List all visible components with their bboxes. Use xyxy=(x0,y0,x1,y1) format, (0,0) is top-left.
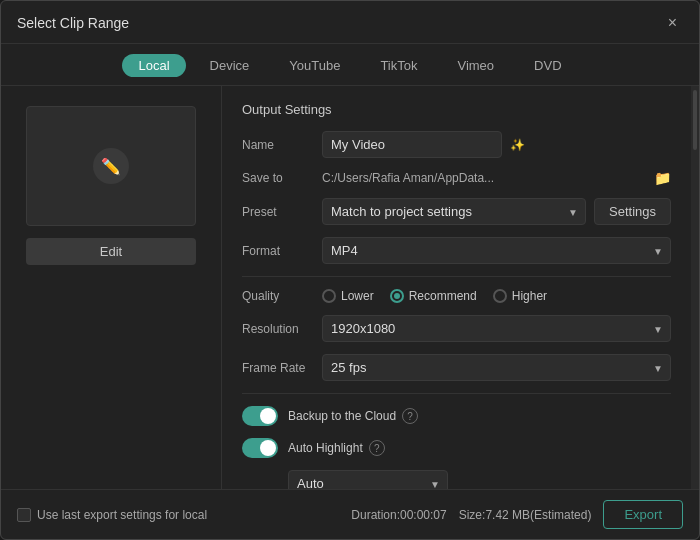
frame-rate-row: Frame Rate 25 fps ▼ xyxy=(242,354,671,381)
format-label: Format xyxy=(242,244,322,258)
quality-radio-group: Lower Recommend Higher xyxy=(322,289,547,303)
name-row: Name ✨ xyxy=(242,131,671,158)
backup-toggle[interactable] xyxy=(242,406,278,426)
auto-highlight-label: Auto Highlight xyxy=(288,441,363,455)
resolution-value: 1920x1080 ▼ xyxy=(322,315,671,342)
format-select-wrapper: MP4 ▼ xyxy=(322,237,671,264)
duration-text: Duration:00:00:07 xyxy=(351,508,446,522)
preset-select-wrapper: Match to project settings ▼ xyxy=(322,198,586,225)
format-row: Format MP4 ▼ xyxy=(242,237,671,264)
divider-2 xyxy=(242,393,671,394)
quality-recommend-label: Recommend xyxy=(409,289,477,303)
preview-box: ✏️ xyxy=(26,106,196,226)
quality-lower-option[interactable]: Lower xyxy=(322,289,374,303)
save-to-value: C:/Users/Rafia Aman/AppData... 📁 xyxy=(322,170,671,186)
preset-select[interactable]: Match to project settings xyxy=(322,198,586,225)
quality-higher-label: Higher xyxy=(512,289,547,303)
quality-row: Quality Lower Recommend High xyxy=(242,289,671,303)
tab-device[interactable]: Device xyxy=(194,54,266,77)
use-last-settings-checkbox[interactable]: Use last export settings for local xyxy=(17,508,207,522)
title-bar: Select Clip Range × xyxy=(1,1,699,44)
auto-highlight-info-icon[interactable]: ? xyxy=(369,440,385,456)
name-input[interactable] xyxy=(322,131,502,158)
quality-recommend-radio[interactable] xyxy=(390,289,404,303)
backup-label: Backup to the Cloud xyxy=(288,409,396,423)
resolution-row: Resolution 1920x1080 ▼ xyxy=(242,315,671,342)
quality-options: Lower Recommend Higher xyxy=(322,289,671,303)
folder-icon[interactable]: 📁 xyxy=(654,170,671,186)
preset-value: Match to project settings ▼ Settings xyxy=(322,198,671,225)
scrollbar[interactable] xyxy=(691,86,699,489)
tab-bar: Local Device YouTube TikTok Vimeo DVD xyxy=(1,44,699,86)
format-select[interactable]: MP4 xyxy=(322,237,671,264)
format-value: MP4 ▼ xyxy=(322,237,671,264)
tab-tiktok[interactable]: TikTok xyxy=(364,54,433,77)
resolution-select[interactable]: 1920x1080 xyxy=(322,315,671,342)
backup-label-area: Backup to the Cloud ? xyxy=(288,408,671,424)
bottom-bar: Use last export settings for local Durat… xyxy=(1,489,699,539)
export-button[interactable]: Export xyxy=(603,500,683,529)
preset-row: Preset Match to project settings ▼ Setti… xyxy=(242,198,671,225)
settings-button[interactable]: Settings xyxy=(594,198,671,225)
save-to-row: Save to C:/Users/Rafia Aman/AppData... 📁 xyxy=(242,170,671,186)
auto-highlight-label-area: Auto Highlight ? xyxy=(288,440,671,456)
dialog: Select Clip Range × Local Device YouTube… xyxy=(0,0,700,540)
frame-rate-select-wrapper: 25 fps ▼ xyxy=(322,354,671,381)
quality-higher-option[interactable]: Higher xyxy=(493,289,547,303)
size-text: Size:7.42 MB(Estimated) xyxy=(459,508,592,522)
frame-rate-label: Frame Rate xyxy=(242,361,322,375)
quality-higher-radio[interactable] xyxy=(493,289,507,303)
right-panel: Output Settings Name ✨ Save to C:/Users/… xyxy=(221,86,691,489)
tab-vimeo[interactable]: Vimeo xyxy=(441,54,510,77)
edit-button[interactable]: Edit xyxy=(26,238,196,265)
auto-highlight-row: Auto Highlight ? xyxy=(242,438,671,458)
auto-dropdown-row: Auto ▼ xyxy=(288,470,671,489)
backup-info-icon[interactable]: ? xyxy=(402,408,418,424)
left-panel: ✏️ Edit xyxy=(1,86,221,489)
resolution-label: Resolution xyxy=(242,322,322,336)
backup-row: Backup to the Cloud ? xyxy=(242,406,671,426)
tab-dvd[interactable]: DVD xyxy=(518,54,577,77)
quality-lower-radio[interactable] xyxy=(322,289,336,303)
frame-rate-select[interactable]: 25 fps xyxy=(322,354,671,381)
tab-youtube[interactable]: YouTube xyxy=(273,54,356,77)
section-title: Output Settings xyxy=(242,102,671,117)
quality-label: Quality xyxy=(242,289,322,303)
close-button[interactable]: × xyxy=(662,13,683,33)
dialog-title: Select Clip Range xyxy=(17,15,129,31)
main-content: ✏️ Edit Output Settings Name ✨ Save to C… xyxy=(1,86,699,489)
checkbox-icon xyxy=(17,508,31,522)
frame-rate-value: 25 fps ▼ xyxy=(322,354,671,381)
resolution-select-wrapper: 1920x1080 ▼ xyxy=(322,315,671,342)
tab-local[interactable]: Local xyxy=(122,54,185,77)
auto-select-wrapper: Auto ▼ xyxy=(288,470,448,489)
edit-pencil-icon: ✏️ xyxy=(93,148,129,184)
save-to-label: Save to xyxy=(242,171,322,185)
divider-1 xyxy=(242,276,671,277)
auto-highlight-toggle[interactable] xyxy=(242,438,278,458)
use-last-label: Use last export settings for local xyxy=(37,508,207,522)
preset-label: Preset xyxy=(242,205,322,219)
name-label: Name xyxy=(242,138,322,152)
quality-lower-label: Lower xyxy=(341,289,374,303)
save-to-path: C:/Users/Rafia Aman/AppData... xyxy=(322,171,646,185)
scrollbar-thumb xyxy=(693,90,697,150)
auto-select[interactable]: Auto xyxy=(288,470,448,489)
quality-recommend-option[interactable]: Recommend xyxy=(390,289,477,303)
name-value: ✨ xyxy=(322,131,671,158)
ai-icon[interactable]: ✨ xyxy=(510,138,525,152)
